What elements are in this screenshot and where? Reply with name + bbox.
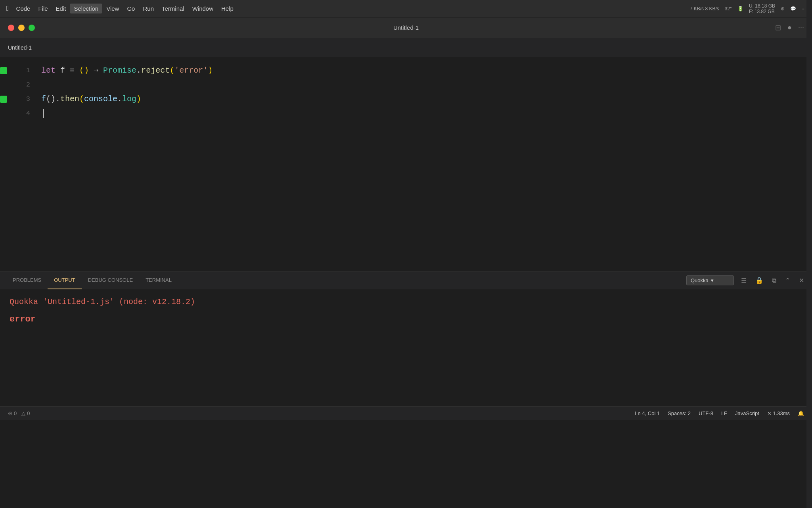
line-numbers: 1 2 3 4 <box>11 57 35 271</box>
editor-header: Untitled-1 <box>0 38 812 57</box>
tab-terminal[interactable]: TERMINAL <box>139 272 178 289</box>
dropdown-label: Quokka <box>691 277 709 283</box>
token-log: log <box>122 92 136 106</box>
gutter-icon-3 <box>0 96 7 103</box>
token-then: then <box>60 92 79 106</box>
token-paren1: () <box>79 64 89 78</box>
traffic-lights <box>8 25 35 31</box>
control-center-icon[interactable]: ⊕ <box>781 6 785 12</box>
warning-count: 0 <box>27 410 30 416</box>
network-status: 7 KB/s 8 KB/s <box>690 6 719 12</box>
gutter-icon-1 <box>0 67 7 74</box>
code-line-3: f (). then ( console . log ) <box>41 92 800 106</box>
code-line-1: let f = () ⇒ Promise . reject ( 'error' … <box>41 64 800 78</box>
menubar:  Code File Edit Selection View Go Run T… <box>0 0 812 17</box>
collapse-panel-icon[interactable]: ⌃ <box>783 275 792 286</box>
menu-code[interactable]: Code <box>12 4 34 13</box>
menu-terminal[interactable]: Terminal <box>158 4 188 13</box>
siri-icon[interactable]: 💬 <box>790 6 796 12</box>
token-dot1: . <box>136 64 141 78</box>
menu-file[interactable]: File <box>34 4 52 13</box>
window-title: Untitled-1 <box>393 24 419 31</box>
line-number-1: 1 <box>11 64 30 78</box>
more-icon[interactable]: ··· <box>802 6 806 12</box>
editor-main: 1 2 3 4 let f = () ⇒ Promise . reject ( … <box>0 57 806 271</box>
token-console: console <box>84 92 117 106</box>
titlebar-actions: ⊟ ● ··· <box>775 23 804 32</box>
token-f: f <box>41 92 46 106</box>
tab-problems[interactable]: PROBLEMS <box>6 272 48 289</box>
dot-icon: ● <box>787 23 792 32</box>
panel-scrollbar[interactable] <box>806 0 812 508</box>
line-number-3: 3 <box>11 92 30 106</box>
menu-selection[interactable]: Selection <box>70 4 102 13</box>
panel-tabs: PROBLEMS OUTPUT DEBUG CONSOLE TERMINAL Q… <box>0 272 812 289</box>
token-invoke: (). <box>46 92 60 106</box>
token-paren5: ) <box>136 92 141 106</box>
token-paren4: ( <box>79 92 84 106</box>
copy-icon[interactable]: ⧉ <box>770 275 778 286</box>
menu-edit[interactable]: Edit <box>52 4 70 13</box>
titlebar: Untitled-1 ⊟ ● ··· <box>0 17 812 38</box>
menu-go[interactable]: Go <box>123 4 139 13</box>
panel-right: Quokka ▾ ☰ 🔒 ⧉ ⌃ ✕ <box>686 275 806 286</box>
warning-icon: △ <box>21 410 25 416</box>
battery-icon: 🔋 <box>737 6 743 12</box>
minimize-button[interactable] <box>18 25 25 31</box>
gutter-icon-2 <box>0 81 7 89</box>
token-error-str: 'error' <box>174 64 208 78</box>
status-spaces[interactable]: Spaces: 2 <box>668 410 691 416</box>
token-space1: f = <box>56 64 79 78</box>
status-encoding[interactable]: UTF-8 <box>699 410 713 416</box>
menubar-right: 7 KB/s 8 KB/s 32° 🔋 U: 18.18 GB F: 13.82… <box>690 3 806 14</box>
menu-window[interactable]: Window <box>188 4 217 13</box>
code-line-2 <box>41 78 800 92</box>
close-button[interactable] <box>8 25 14 31</box>
token-paren3: ) <box>208 64 213 78</box>
status-language[interactable]: JavaScript <box>735 410 759 416</box>
status-position[interactable]: Ln 4, Col 1 <box>635 410 660 416</box>
menu-view[interactable]: View <box>102 4 123 13</box>
chevron-down-icon: ▾ <box>711 277 714 283</box>
line-number-4: 4 <box>11 106 30 121</box>
error-count: 0 <box>14 410 17 416</box>
output-line-2: error <box>10 314 802 324</box>
menu-run[interactable]: Run <box>139 4 158 13</box>
status-eol[interactable]: LF <box>721 410 727 416</box>
error-icon: ⊗ <box>8 410 12 416</box>
token-empty <box>41 78 46 92</box>
status-timing: ⨯ 1.33ms <box>767 410 790 416</box>
editor-tab[interactable]: Untitled-1 <box>8 44 32 51</box>
output-source-dropdown[interactable]: Quokka ▾ <box>686 275 734 285</box>
status-errors[interactable]: ⊗ 0 △ 0 <box>8 410 30 416</box>
statusbar: ⊗ 0 △ 0 Ln 4, Col 1 Spaces: 2 UTF-8 LF J… <box>0 406 812 420</box>
gutter-icon-4 <box>0 110 7 117</box>
apple-icon[interactable]:  <box>6 4 9 13</box>
code-editor[interactable]: let f = () ⇒ Promise . reject ( 'error' … <box>35 57 806 271</box>
token-reject: reject <box>141 64 170 78</box>
panel: PROBLEMS OUTPUT DEBUG CONSOLE TERMINAL Q… <box>0 271 812 406</box>
notification-icon[interactable]: 🔔 <box>798 410 804 416</box>
token-promise: Promise <box>103 64 136 78</box>
maximize-button[interactable] <box>29 25 35 31</box>
clear-output-icon[interactable]: ☰ <box>739 275 748 286</box>
tab-output[interactable]: OUTPUT <box>48 272 81 289</box>
storage-status: U: 18.18 GB F: 13.82 GB <box>749 3 775 14</box>
split-editor-icon[interactable]: ⊟ <box>775 23 781 32</box>
line-number-2: 2 <box>11 78 30 92</box>
token-arrow: ⇒ <box>89 64 103 78</box>
more-actions-icon[interactable]: ··· <box>798 23 804 32</box>
temp-status: 32° <box>725 6 732 12</box>
tab-debug-console[interactable]: DEBUG CONSOLE <box>82 272 139 289</box>
gutter-icons <box>0 57 11 271</box>
menu-help[interactable]: Help <box>217 4 237 13</box>
token-cursor: │ <box>41 106 46 121</box>
token-dot2: . <box>117 92 122 106</box>
lock-icon[interactable]: 🔒 <box>754 275 765 286</box>
token-let: let <box>41 64 56 78</box>
output-line-1: Quokka 'Untitled-1.js' (node: v12.18.2) <box>10 297 802 306</box>
status-right: Ln 4, Col 1 Spaces: 2 UTF-8 LF JavaScrip… <box>635 410 804 416</box>
close-panel-icon[interactable]: ✕ <box>797 275 806 286</box>
token-paren2: ( <box>170 64 174 78</box>
editor-wrapper: 1 2 3 4 let f = () ⇒ Promise . reject ( … <box>0 57 812 271</box>
